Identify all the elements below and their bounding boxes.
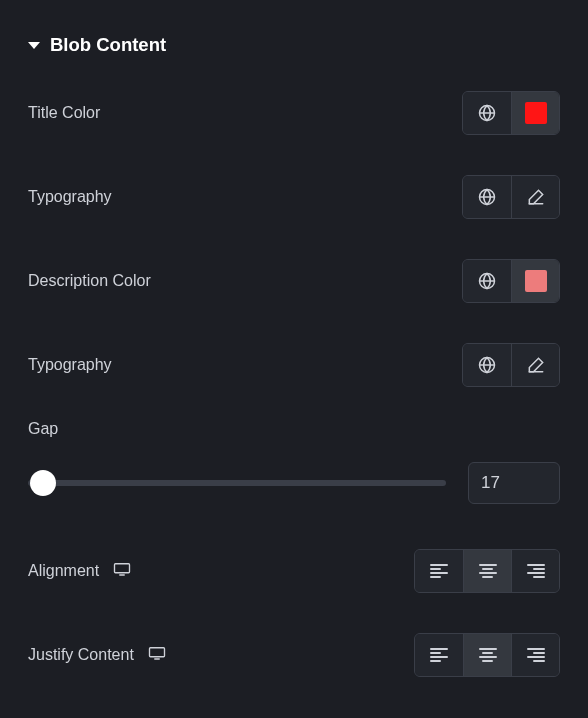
justify-options [414,633,560,677]
row-alignment: Alignment [28,548,560,594]
section-title: Blob Content [50,34,166,56]
row-description-color: Description Color [28,258,560,304]
label-description-color: Description Color [28,272,151,290]
color-swatch [525,102,547,124]
label-alignment: Alignment [28,562,131,580]
gap-input[interactable] [468,462,560,504]
slider-thumb[interactable] [30,470,56,496]
row-title-color: Title Color [28,90,560,136]
row-typography-1: Typography [28,174,560,220]
globe-icon [477,355,497,375]
align-right-button[interactable] [511,550,559,592]
globe-button[interactable] [463,260,511,302]
alignment-options [414,549,560,593]
label-justify-content: Justify Content [28,646,166,664]
color-swatch-button[interactable] [511,92,559,134]
edit-button[interactable] [511,344,559,386]
align-left-icon [430,648,448,662]
color-swatch-button[interactable] [511,260,559,302]
label-typography-1: Typography [28,188,112,206]
slider-track [28,480,446,486]
label-typography-2: Typography [28,356,112,374]
desktop-icon[interactable] [113,562,131,580]
globe-button[interactable] [463,92,511,134]
label-gap: Gap [28,420,560,438]
align-left-button[interactable] [415,550,463,592]
align-center-button[interactable] [463,550,511,592]
typography1-controls [462,175,560,219]
row-justify-content: Justify Content [28,632,560,678]
globe-icon [477,271,497,291]
svg-rect-5 [149,648,164,657]
edit-button[interactable] [511,176,559,218]
justify-end-button[interactable] [511,634,559,676]
typography2-controls [462,343,560,387]
globe-icon [477,103,497,123]
align-center-icon [479,564,497,578]
alignment-text: Alignment [28,562,99,580]
chevron-down-icon [28,42,40,49]
title-color-controls [462,91,560,135]
gap-slider-row [28,462,560,504]
justify-text: Justify Content [28,646,134,664]
align-left-icon [430,564,448,578]
globe-icon [477,187,497,207]
justify-center-button[interactable] [463,634,511,676]
gap-control: Gap [28,420,560,504]
align-right-icon [527,648,545,662]
pencil-icon [526,187,546,207]
gap-slider[interactable] [28,471,446,495]
svg-rect-4 [115,564,130,573]
label-title-color: Title Color [28,104,100,122]
align-center-icon [479,648,497,662]
row-typography-2: Typography [28,342,560,388]
justify-start-button[interactable] [415,634,463,676]
color-swatch [525,270,547,292]
globe-button[interactable] [463,344,511,386]
section-header[interactable]: Blob Content [28,34,560,56]
align-right-icon [527,564,545,578]
globe-button[interactable] [463,176,511,218]
pencil-icon [526,355,546,375]
desktop-icon[interactable] [148,646,166,664]
description-color-controls [462,259,560,303]
